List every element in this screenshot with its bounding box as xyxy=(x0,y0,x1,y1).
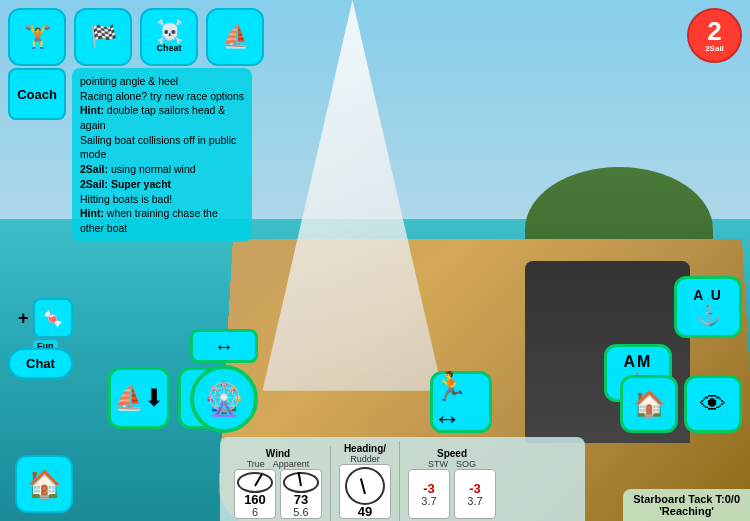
house-icon: 🏠 xyxy=(633,389,665,420)
sail-icon: ⛵ xyxy=(222,26,249,48)
arrow-expand-btn[interactable]: ↔ xyxy=(190,329,258,363)
cheat-icon: ☠️ xyxy=(156,21,183,43)
au-button[interactable]: A U ⚓ xyxy=(674,276,742,338)
flag-toolbar-btn[interactable]: 🏁 xyxy=(74,8,132,66)
sail-down-icon: ⛵⬇ xyxy=(114,384,164,412)
cheat-label: Cheat xyxy=(156,43,181,53)
eye-btn[interactable]: 👁 xyxy=(684,375,742,433)
am-text: AM xyxy=(624,353,653,371)
home-icon: 🏠 xyxy=(27,468,62,501)
twosail-number: 2 xyxy=(707,18,721,44)
twosail-label: 2Sail xyxy=(705,44,724,53)
arrow-expand-icon: ↔ xyxy=(214,335,234,358)
home-button[interactable]: 🏠 xyxy=(15,455,73,513)
fun-candy-btn[interactable]: 🍬 xyxy=(33,298,73,338)
person-toolbar-btn[interactable]: 🏋️ xyxy=(8,8,66,66)
au-text: A U xyxy=(693,287,723,303)
steering-wheel-icon: 🎡 xyxy=(204,380,244,418)
coach-badge[interactable]: Coach xyxy=(8,68,66,120)
house-btn[interactable]: 🏠 xyxy=(620,375,678,433)
flag-icon: 🏁 xyxy=(90,26,117,48)
coach-label-text: Coach xyxy=(17,87,57,102)
sail-down-btn[interactable]: ⛵⬇ xyxy=(108,367,170,429)
chat-button[interactable]: Chat xyxy=(8,348,73,379)
eye-icon: 👁 xyxy=(700,389,726,420)
chat-label: Chat xyxy=(26,356,55,371)
au-anchor-icon: ⚓ xyxy=(696,303,721,327)
twosail-btn[interactable]: 2 2Sail xyxy=(687,8,742,63)
sail-toolbar-btn[interactable]: ⛵ xyxy=(206,8,264,66)
steering-wheel-btn[interactable]: 🎡 xyxy=(190,365,258,433)
person-icon: 🏋️ xyxy=(24,26,51,48)
cheat-toolbar-btn[interactable]: ☠️ Cheat xyxy=(140,8,198,66)
